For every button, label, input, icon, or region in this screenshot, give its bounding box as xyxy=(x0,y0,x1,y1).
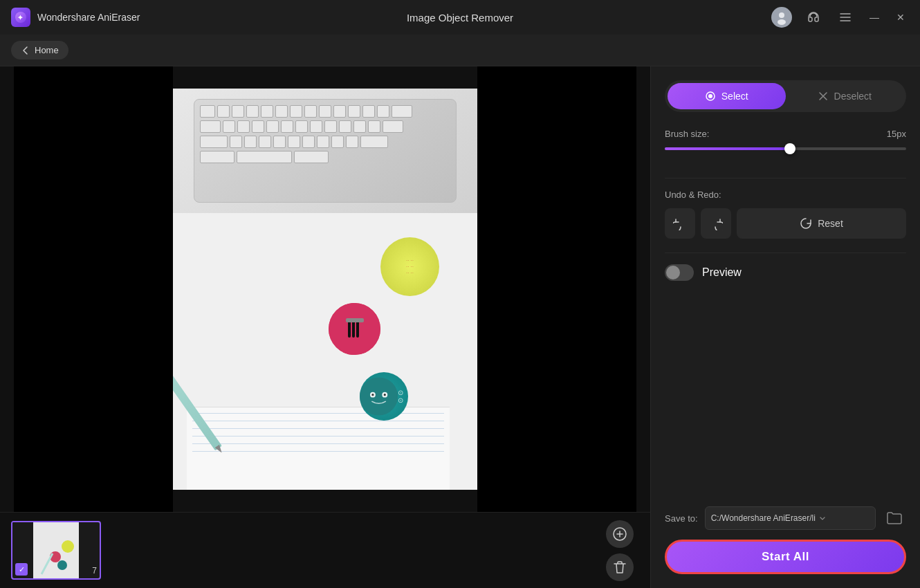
brush-size-value: 15px xyxy=(887,129,906,139)
brush-slider-fill xyxy=(665,147,790,150)
preview-toggle[interactable] xyxy=(665,264,694,281)
menu-icon[interactable] xyxy=(834,6,856,28)
back-label: Home xyxy=(35,45,59,55)
title-bar-right: — ✕ xyxy=(771,6,909,28)
image-viewport[interactable] xyxy=(0,66,650,512)
black-left-panel xyxy=(14,66,173,512)
svg-point-19 xyxy=(57,560,67,570)
svg-rect-6 xyxy=(348,320,351,338)
brush-size-label: Brush size: xyxy=(665,129,709,139)
browse-folder-button[interactable] xyxy=(883,506,906,530)
divider-1 xyxy=(665,178,906,178)
sub-header: Home xyxy=(0,35,920,66)
svg-rect-8 xyxy=(356,320,359,338)
reset-label: Reset xyxy=(818,218,843,229)
brush-slider-container xyxy=(665,147,906,150)
filmstrip-bar: ✓ 7 xyxy=(0,512,650,588)
undo-button[interactable] xyxy=(665,208,695,239)
black-right-panel xyxy=(477,66,636,512)
pink-circle-object xyxy=(329,303,380,355)
preview-section: Preview xyxy=(665,264,906,281)
divider-2 xyxy=(665,252,906,253)
back-button[interactable]: Home xyxy=(11,41,68,59)
add-image-button[interactable] xyxy=(606,520,634,548)
redo-button[interactable] xyxy=(701,208,731,239)
svg-rect-7 xyxy=(352,320,355,338)
minimize-button[interactable]: — xyxy=(866,9,883,26)
svg-point-13 xyxy=(371,394,374,396)
page-title: Image Object Remover xyxy=(407,12,513,24)
start-all-label: Start All xyxy=(762,550,809,563)
user-avatar xyxy=(771,7,792,28)
tool-toggle: Select Deselect xyxy=(665,80,906,112)
save-section: Save to: C:/Wondershare AniEraser/li Sta… xyxy=(665,495,906,574)
keyboard-visual xyxy=(194,99,457,203)
svg-point-17 xyxy=(62,540,74,553)
bottom-actions xyxy=(606,520,634,581)
deselect-button[interactable]: Deselect xyxy=(786,83,904,109)
thumbnail-number: 7 xyxy=(92,566,97,576)
right-panel: Select Deselect Brush size: 15px xyxy=(650,66,920,588)
keyboard-area xyxy=(173,89,477,213)
svg-point-10 xyxy=(360,377,398,415)
brush-section: Brush size: 15px xyxy=(665,129,906,164)
save-row: Save to: C:/Wondershare AniEraser/li xyxy=(665,506,906,530)
headset-icon[interactable] xyxy=(802,6,825,28)
thumbnail-checkbox: ✓ xyxy=(15,563,28,576)
title-bar: ✦ Wondershare AniEraser Image Object Rem… xyxy=(0,0,920,35)
save-path-display[interactable]: C:/Wondershare AniEraser/li xyxy=(705,506,876,530)
undo-redo-label: Undo & Redo: xyxy=(665,190,721,200)
select-button[interactable]: Select xyxy=(668,83,786,109)
canvas-area: ✓ 7 xyxy=(0,66,650,588)
thumbnail-item[interactable]: ✓ 7 xyxy=(11,521,101,580)
photo-items xyxy=(173,213,477,490)
svg-text:✦: ✦ xyxy=(17,14,24,21)
main-content: ✓ 7 xyxy=(0,66,920,588)
brush-slider-thumb[interactable] xyxy=(784,143,795,154)
start-all-button[interactable]: Start All xyxy=(665,540,906,574)
brush-slider-track[interactable] xyxy=(665,147,906,150)
svg-point-4 xyxy=(778,19,786,25)
avatar[interactable] xyxy=(771,6,793,28)
svg-point-3 xyxy=(779,12,784,18)
svg-rect-9 xyxy=(346,318,364,322)
svg-point-23 xyxy=(708,94,712,98)
undo-redo-section: Undo & Redo: xyxy=(665,190,906,239)
reset-button[interactable]: Reset xyxy=(737,208,906,239)
title-bar-left: ✦ Wondershare AniEraser xyxy=(11,8,140,27)
deselect-label: Deselect xyxy=(834,91,872,102)
undo-redo-row: Reset xyxy=(665,208,906,239)
app-title-text: Wondershare AniEraser xyxy=(37,12,140,23)
photo-canvas[interactable] xyxy=(173,89,477,490)
app-logo: ✦ xyxy=(11,8,30,27)
preview-label: Preview xyxy=(702,266,742,279)
delete-image-button[interactable] xyxy=(606,553,634,581)
close-button[interactable]: ✕ xyxy=(892,9,909,26)
notebook xyxy=(187,407,450,490)
yellow-circle-object xyxy=(380,237,439,296)
teal-circle-object xyxy=(360,372,408,421)
svg-point-14 xyxy=(384,394,386,396)
save-to-label: Save to: xyxy=(665,513,698,524)
select-label: Select xyxy=(721,91,748,102)
